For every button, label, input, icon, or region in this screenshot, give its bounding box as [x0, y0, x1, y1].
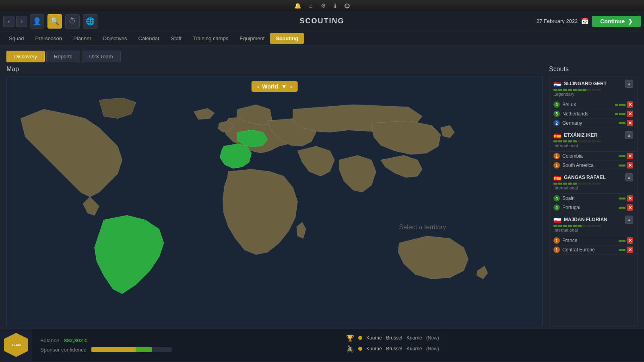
map-container[interactable]: ‹ World ▼ ›: [6, 76, 543, 327]
gear-icon[interactable]: ⚙: [321, 2, 326, 9]
scout-flag-es-iker: 🇪🇸: [553, 132, 561, 138]
region-name-portugal: Portugal: [562, 205, 619, 210]
remove-france-button[interactable]: ✕: [627, 237, 633, 244]
scout-region-spain: 4 Spain ✕: [549, 194, 637, 203]
region-actions-france: ✕: [619, 237, 633, 244]
world-map-svg[interactable]: Select a territory: [7, 76, 542, 327]
scout-rating-majdan: [553, 225, 633, 227]
remove-spain-button[interactable]: ✕: [627, 195, 633, 202]
subnav-planner[interactable]: Planner: [68, 33, 97, 44]
remove-portugal-button[interactable]: ✕: [627, 204, 633, 211]
region-bars-france: [619, 240, 625, 242]
remove-colombia-button[interactable]: ✕: [627, 153, 633, 159]
scout-region-colombia: 1 Colombia ✕: [549, 152, 637, 161]
rating-bar-8: [587, 89, 591, 91]
sponsor-fill-green: [136, 347, 152, 352]
power-icon[interactable]: ⏻: [344, 2, 350, 9]
info-icon[interactable]: ℹ: [334, 2, 336, 9]
scout-collapse-gangas[interactable]: ▲: [625, 173, 633, 181]
calendar-icon-button[interactable]: ⏱: [65, 14, 80, 29]
nav-back-button[interactable]: ‹: [3, 16, 14, 27]
subnav-equipment[interactable]: Equipment: [234, 33, 270, 44]
rbar3: [622, 104, 625, 106]
bell-icon[interactable]: 🔔: [294, 2, 301, 9]
map-dropdown-icon[interactable]: ▼: [281, 83, 287, 90]
scouting-icon-button[interactable]: 🔍: [47, 14, 62, 29]
map-prev-region[interactable]: ‹: [257, 83, 259, 90]
region-actions-spain: ✕: [619, 195, 633, 202]
continue-button[interactable]: Continue ❯: [592, 16, 641, 27]
scout-collapse-etxaniz[interactable]: ▲: [625, 131, 633, 139]
ptbar1: [619, 207, 622, 209]
scout-majdan: 🇵🇱 MAJDAN FLORIAN ▲ International: [549, 212, 637, 236]
region-num-southamerica: 1: [553, 162, 560, 169]
nav-forward-button[interactable]: ›: [16, 16, 27, 27]
region-num-netherlands: 5: [553, 111, 560, 117]
sabar2: [622, 165, 625, 167]
gbar-r5: [573, 183, 577, 185]
scout-rating-gangas: [553, 183, 633, 185]
mbar1: [553, 225, 557, 227]
remove-germany-button[interactable]: ✕: [627, 120, 633, 126]
race-time-1: (Now): [426, 335, 439, 341]
scout-collapse-slijngard[interactable]: ▲: [625, 80, 633, 88]
gbar-r8: [587, 183, 591, 185]
subnav-calendar[interactable]: Calendar: [133, 33, 165, 44]
calendar-icon[interactable]: 📅: [581, 17, 589, 25]
tab-discovery[interactable]: Discovery: [6, 51, 45, 62]
remove-centraleurope-button[interactable]: ✕: [627, 247, 633, 253]
squad-icon-button[interactable]: 👤: [30, 14, 44, 29]
frbar2: [622, 240, 625, 242]
subnav-scouting[interactable]: Scouting: [270, 33, 304, 44]
scout-name-etxaniz: ETXÁNIZ IKER: [564, 132, 625, 138]
gbar-r3: [563, 183, 567, 185]
subnav-preseason[interactable]: Pre-season: [30, 33, 68, 44]
region-actions-southamerica: ✕: [619, 162, 633, 169]
subnav-squad[interactable]: Squad: [3, 33, 30, 44]
subnav-staff[interactable]: Staff: [165, 33, 187, 44]
scout-region-centraleurope: 1 Central Europe ✕: [549, 245, 637, 255]
region-num-spain: 4: [553, 195, 560, 202]
tab-u23-team[interactable]: U23 Team: [82, 51, 121, 62]
gbar-r9: [592, 183, 596, 185]
scouts-title: Scouts: [549, 66, 638, 73]
rating-bar-5: [573, 89, 577, 91]
region-actions-portugal: ✕: [619, 204, 633, 211]
subnav-training-camps[interactable]: Training camps: [187, 33, 234, 44]
sponsor-row: Sponsor confidence: [40, 347, 330, 353]
rating-bar-2: [558, 89, 562, 91]
map-section: Map ‹ World ▼ ›: [6, 66, 543, 329]
scout-flag-es-rafael: 🇪🇸: [553, 175, 561, 180]
rating-bar-10: [597, 89, 601, 91]
scout-level-slijngard: Legendary: [553, 92, 633, 97]
ebar4: [568, 140, 572, 142]
map-next-region[interactable]: ›: [290, 83, 292, 90]
page-title: SCOUTING: [299, 17, 344, 25]
region-num-colombia: 1: [553, 153, 560, 159]
scout-flag-pl: 🇵🇱: [553, 217, 561, 222]
sponsor-fill-yellow: [91, 347, 136, 352]
remove-belux-button[interactable]: ✕: [627, 101, 633, 108]
remove-southamerica-button[interactable]: ✕: [627, 162, 633, 169]
scout-collapse-majdan[interactable]: ▲: [625, 216, 633, 224]
scouts-list: 🇳🇱 SLIJNGARD GERT ▲ Legendary: [549, 76, 638, 327]
continue-arrow-icon: ❯: [628, 18, 633, 25]
home-icon[interactable]: ⌂: [309, 2, 312, 9]
frbar1: [619, 240, 622, 242]
map-title: Map: [6, 66, 543, 73]
subnav-objectives[interactable]: Objectives: [97, 33, 133, 44]
remove-netherlands-button[interactable]: ✕: [627, 111, 633, 117]
region-num-germany: 2: [553, 120, 560, 126]
race-item-2: 🚴 Kuurne - Brussel - Kuurne (Now): [346, 345, 636, 353]
rating-bar-3: [563, 89, 567, 91]
gbar-r6: [578, 183, 582, 185]
scout-region-portugal: 4 Portugal ✕: [549, 203, 637, 212]
gbar2: [622, 122, 625, 124]
nbar3: [622, 113, 625, 115]
map-region-selector[interactable]: ‹ World ▼ ›: [252, 81, 298, 92]
tab-reports[interactable]: Reports: [46, 51, 80, 62]
globe-icon-button[interactable]: 🌐: [83, 14, 97, 29]
top-system-bar: 🔔 ⌂ ⚙ ℹ ⏻: [0, 0, 644, 11]
region-bars-belux: [615, 104, 625, 106]
region-name-france: France: [562, 238, 619, 243]
